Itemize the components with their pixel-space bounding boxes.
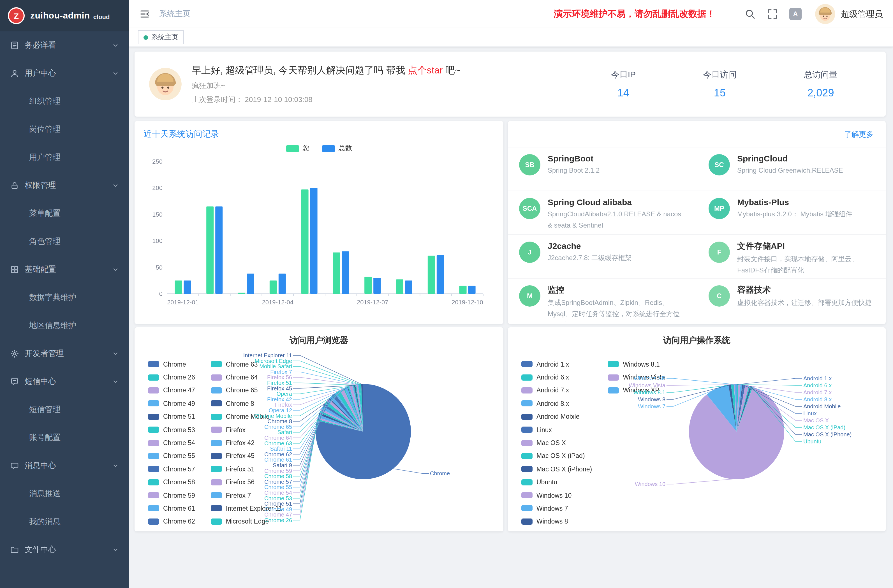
bar-segment[interactable] xyxy=(364,277,372,294)
stat-label: 今日IP xyxy=(611,69,636,80)
tech-title: 容器技术 xyxy=(737,285,872,295)
bar-segment[interactable] xyxy=(206,206,213,294)
x-tick-label: 2019-12-10 xyxy=(451,299,483,306)
bar-segment[interactable] xyxy=(428,256,435,294)
chevron-down-icon xyxy=(112,182,119,189)
sidebar-subitem[interactable]: 地区信息维护 xyxy=(0,312,129,340)
bar-segment[interactable] xyxy=(373,278,380,294)
tech-item[interactable]: MPMybatis-PlusMybatis-plus 3.2.0： Mybati… xyxy=(697,191,886,234)
chevron-down-icon xyxy=(112,350,119,357)
sidebar-item[interactable]: 权限管理 xyxy=(0,171,129,200)
app-title: zuihou-admin xyxy=(30,11,90,21)
bar-segment[interactable] xyxy=(238,293,245,294)
breadcrumb[interactable]: 系统主页 xyxy=(159,9,191,19)
user-icon xyxy=(10,69,19,78)
pie-label: Windows 8 xyxy=(638,396,665,403)
bar-segment[interactable] xyxy=(183,281,191,294)
tech-item[interactable]: SBSpringBootSpring Boot 2.1.2 xyxy=(508,147,697,191)
bar-segment[interactable] xyxy=(301,189,308,294)
bar-segment[interactable] xyxy=(279,274,286,294)
tech-title: 文件存储API xyxy=(737,241,875,252)
bar-segment[interactable] xyxy=(247,274,254,294)
os-pie-chart: Windows XPWindows VistaWindows 8.1Window… xyxy=(508,347,877,526)
fullscreen-icon[interactable] xyxy=(767,8,778,20)
sidebar-subitem[interactable]: 组织管理 xyxy=(0,87,129,116)
logo-icon: Z xyxy=(8,7,25,24)
bar-segment[interactable] xyxy=(215,206,222,294)
sidebar-subitem[interactable]: 短信管理 xyxy=(0,396,129,424)
sidebar-subitem[interactable]: 我的消息 xyxy=(0,508,129,536)
search-icon[interactable] xyxy=(744,8,756,20)
tab-bar: 系统主页 xyxy=(129,28,893,47)
sidebar-item[interactable]: 用户中心 xyxy=(0,59,129,87)
tech-badge: M xyxy=(519,285,540,307)
sidebar-item[interactable]: 消息中心 xyxy=(0,452,129,480)
bar-segment[interactable] xyxy=(459,286,467,294)
stat-value: 2,029 xyxy=(804,87,837,99)
font-size-icon[interactable]: A xyxy=(789,8,801,20)
tech-item[interactable]: M监控集成SpringBootAdmin、Zipkin、Redis、Mysql、… xyxy=(508,278,697,322)
sidebar-subitem-label: 地区信息维护 xyxy=(29,320,76,331)
sidebar-subitem[interactable]: 账号配置 xyxy=(0,424,129,452)
sidebar-subitem[interactable]: 角色管理 xyxy=(0,227,129,256)
bar-segment[interactable] xyxy=(396,280,403,294)
bar-segment[interactable] xyxy=(174,281,182,294)
bar-segment[interactable] xyxy=(405,281,412,294)
sidebar-item[interactable]: 短信中心 xyxy=(0,368,129,396)
tech-item[interactable]: SCSpringCloudSpring Cloud Greenwich.RELE… xyxy=(697,147,886,191)
bar-segment[interactable] xyxy=(437,255,444,294)
sidebar-item[interactable]: 开发者管理 xyxy=(0,340,129,368)
os-chart-title: 访问用户操作系统 xyxy=(508,335,886,346)
bar-segment[interactable] xyxy=(270,281,277,294)
browser-chart-title: 访问用户浏览器 xyxy=(135,335,504,346)
sidebar-subitem-label: 岗位管理 xyxy=(29,125,60,135)
sidebar-item[interactable]: 文件中心 xyxy=(0,536,129,564)
stat-value: 14 xyxy=(611,87,636,99)
sidebar-subitem[interactable]: 数据字典维护 xyxy=(0,284,129,312)
sidebar-subitem[interactable]: 消息推送 xyxy=(0,480,129,508)
sidebar-subitem[interactable]: 菜单配置 xyxy=(0,200,129,227)
tech-info: SpringCloudSpring Cloud Greenwich.RELEAS… xyxy=(737,152,843,185)
bar-segment[interactable] xyxy=(468,286,476,294)
browser-chart-card: 访问用户浏览器 ChromeChrome 26Chrome 47Chrome 4… xyxy=(135,327,504,531)
pie-label: Android 6.x xyxy=(803,382,831,388)
sidebar-subitem[interactable]: 用户管理 xyxy=(0,143,129,171)
pie-label: Windows 7 xyxy=(638,403,665,409)
bar-segment[interactable] xyxy=(342,251,349,294)
legend-swatch xyxy=(286,145,299,152)
bar-segment[interactable] xyxy=(310,188,317,294)
avatar[interactable] xyxy=(815,4,835,24)
pie-label: Chrome 26 xyxy=(264,517,292,523)
pie-label: Windows XP xyxy=(634,375,665,382)
sidebar-item-label: 用户中心 xyxy=(25,68,107,78)
learn-more-link[interactable]: 了解更多 xyxy=(844,129,873,140)
legend-item[interactable]: 总数 xyxy=(322,143,352,153)
legend-item[interactable]: 您 xyxy=(286,143,310,153)
stat-label: 今日访问 xyxy=(703,69,737,80)
greeting-message: 早上好, 超级管理员, 今天帮别人解决问题了吗 帮我 点个star 吧~ xyxy=(192,64,611,77)
tech-item[interactable]: SCASpring Cloud alibabaSpringCloudAlibab… xyxy=(508,191,697,234)
sidebar-subitem[interactable]: 岗位管理 xyxy=(0,116,129,143)
page-content: 早上好, 超级管理员, 今天帮别人解决问题了吗 帮我 点个star 吧~ 疯狂加… xyxy=(129,47,893,588)
tech-item[interactable]: C容器技术虚拟化容器技术，让迁移、部署更加方便快捷 xyxy=(697,278,886,322)
warning-text: 演示环境维护不易，请勿乱删乱改数据！ xyxy=(554,8,715,20)
tech-item[interactable]: F文件存储API封装文件接口，实现本地存储、阿里云、FastDFS存储的配置化 xyxy=(697,234,886,278)
folder-icon xyxy=(10,545,19,554)
tech-title: SpringCloud xyxy=(737,153,843,163)
tab-home[interactable]: 系统主页 xyxy=(138,30,184,44)
y-tick-label: 100 xyxy=(152,238,162,244)
tech-item[interactable]: JJ2cacheJ2cache2.7.8: 二级缓存框架 xyxy=(508,234,697,278)
app-logo[interactable]: Z zuihou-admin cloud xyxy=(0,0,129,32)
sidebar-item[interactable]: 基础配置 xyxy=(0,256,129,284)
sidebar-item[interactable]: 务必详看 xyxy=(0,32,129,59)
sidebar-item-label: 务必详看 xyxy=(25,41,107,50)
bar-segment[interactable] xyxy=(333,253,340,294)
pie-label: Android Mobile xyxy=(803,403,840,409)
menu-collapse-icon[interactable] xyxy=(139,8,150,20)
y-tick-label: 200 xyxy=(152,184,162,191)
star-link[interactable]: 点个star xyxy=(408,65,443,75)
username[interactable]: 超级管理员 xyxy=(841,9,883,20)
tech-badge: F xyxy=(708,242,730,263)
stat-label: 总访问量 xyxy=(804,69,837,80)
tech-desc: SpringCloudAlibaba2.1.0.RELEASE & nacos … xyxy=(548,209,686,231)
